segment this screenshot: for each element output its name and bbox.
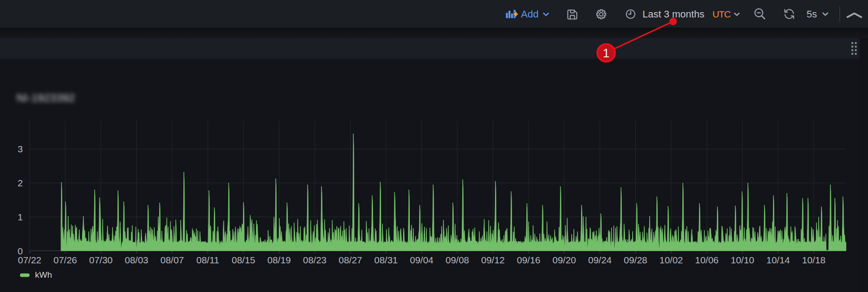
svg-text:08/31: 08/31 [374, 255, 398, 265]
svg-text:08/23: 08/23 [303, 255, 327, 265]
svg-text:07/30: 07/30 [89, 255, 113, 265]
svg-text:09/12: 09/12 [481, 255, 505, 265]
svg-text:10/02: 10/02 [660, 255, 683, 265]
svg-text:10/14: 10/14 [766, 255, 790, 265]
svg-text:09/08: 09/08 [446, 255, 469, 265]
svg-text:08/15: 08/15 [232, 255, 256, 265]
svg-text:09/20: 09/20 [552, 255, 576, 265]
svg-text:09/04: 09/04 [410, 255, 434, 265]
svg-text:3: 3 [17, 144, 23, 154]
svg-text:08/03: 08/03 [125, 255, 148, 265]
svg-text:10/18: 10/18 [802, 255, 826, 265]
svg-text:08/19: 08/19 [267, 255, 291, 265]
svg-text:1: 1 [17, 212, 23, 222]
svg-text:10/10: 10/10 [731, 255, 755, 265]
svg-text:08/27: 08/27 [339, 255, 362, 265]
svg-text:10/06: 10/06 [695, 255, 719, 265]
svg-text:kWh: kWh [35, 270, 52, 279]
svg-text:08/07: 08/07 [161, 255, 184, 265]
svg-text:09/16: 09/16 [517, 255, 541, 265]
svg-text:2: 2 [17, 178, 23, 188]
svg-text:07/26: 07/26 [53, 255, 77, 265]
svg-text:08/11: 08/11 [196, 255, 219, 265]
svg-text:09/28: 09/28 [624, 255, 647, 265]
svg-text:07/22: 07/22 [18, 255, 42, 265]
svg-text:0: 0 [17, 246, 23, 256]
svg-text:1: 1 [603, 47, 609, 60]
svg-text:09/24: 09/24 [588, 255, 612, 265]
